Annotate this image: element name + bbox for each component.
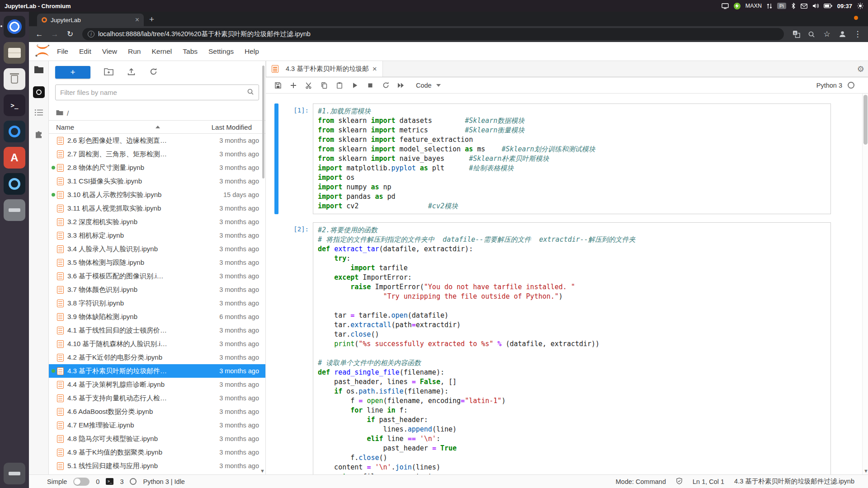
menu-file[interactable]: File — [52, 47, 74, 56]
interrupt-kernel-button[interactable] — [363, 79, 377, 92]
menu-edit[interactable]: Edit — [74, 47, 97, 56]
add-cell-button[interactable] — [287, 79, 300, 92]
volume-icon[interactable] — [812, 3, 819, 9]
file-row[interactable]: 2.7 圆检测、三角形、矩形检测…3 months ago — [49, 147, 265, 161]
file-row[interactable]: 4.5 基于支持向量机动态行人检…3 months ago — [49, 391, 265, 405]
notebook-tab[interactable]: 4.3 基于朴素贝叶斯的垃圾邮 × — [266, 61, 383, 77]
mail-icon[interactable] — [801, 4, 807, 9]
dock-item-files[interactable] — [4, 42, 25, 64]
file-row[interactable]: 3.1 CSI摄像头实验.ipynb3 months ago — [49, 174, 265, 188]
refresh-icon[interactable] — [149, 67, 158, 78]
file-row[interactable]: 4.4 基于决策树乳腺癌诊断.ipynb3 months ago — [49, 378, 265, 391]
swap-arrows-icon[interactable] — [767, 3, 772, 9]
notebook-cell[interactable]: [2]:#2.将要使用的函数# 将指定的文件解压到指定的文件夹中 datafil… — [274, 222, 868, 474]
breadcrumb-root[interactable]: / — [67, 109, 69, 117]
dock-item-app-orange-a[interactable]: A — [4, 147, 25, 169]
filter-files-box[interactable] — [55, 84, 259, 100]
file-row[interactable]: 4.9 基于K均值的数据聚类.ipynb3 months ago — [49, 446, 265, 459]
cell-collapser[interactable] — [274, 222, 278, 474]
file-row[interactable]: 3.11 机器人视觉抓取实验.ipynb3 months ago — [49, 202, 265, 215]
file-row[interactable]: 3.7 物体颜色识别.ipynb3 months ago — [49, 283, 265, 296]
new-folder-icon[interactable] — [104, 68, 113, 77]
new-launcher-button[interactable]: + — [55, 66, 90, 79]
terminal-icon[interactable]: >_ — [106, 478, 113, 485]
file-row[interactable]: 2.8 物体的尺寸测量.ipynb3 months ago — [49, 161, 265, 174]
simple-mode-toggle[interactable] — [73, 478, 90, 486]
menu-tabs[interactable]: Tabs — [177, 47, 203, 56]
pi-badge[interactable]: Pi — [777, 3, 786, 9]
file-row[interactable]: 4.1 基于线性回归的波士顿房价…3 months ago — [49, 324, 265, 337]
menu-help[interactable]: Help — [239, 47, 264, 56]
brightness-icon[interactable] — [857, 3, 863, 9]
table-of-contents-icon[interactable] — [34, 109, 43, 118]
dock-item-app-grey[interactable] — [4, 199, 25, 221]
cell-type-dropdown[interactable]: Code — [416, 82, 441, 89]
file-row[interactable]: 2.6 彩色图像处理、边缘检测直…3 months ago — [49, 134, 265, 147]
file-row[interactable]: 4.6 AdaBoost数据分类.ipynb3 months ago — [49, 405, 265, 418]
browser-tab[interactable]: JupyterLab × — [37, 14, 144, 26]
filebrowser-tab-icon[interactable] — [34, 66, 44, 75]
menu-view[interactable]: View — [97, 47, 123, 56]
file-row[interactable]: 3.3 相机标定.ipynb3 months ago — [49, 229, 265, 242]
cell-editor[interactable]: #1.加载所需模块from sklearn import datasets #S… — [313, 103, 831, 214]
bluetooth-icon[interactable] — [791, 3, 796, 9]
kernel-sessions-icon[interactable] — [130, 478, 137, 485]
restart-run-all-button[interactable] — [394, 79, 408, 92]
file-row[interactable]: 4.7 EM推理验证.ipynb3 months ago — [49, 418, 265, 432]
breadcrumb[interactable]: / — [49, 106, 265, 120]
profile-avatar-icon[interactable] — [836, 28, 848, 40]
restart-kernel-button[interactable] — [379, 79, 392, 92]
file-row[interactable]: 3.4 人脸录入与人脸识别.ipynb3 months ago — [49, 242, 265, 256]
dock-item-terminal[interactable]: >_ — [4, 94, 25, 116]
bookmark-star-icon[interactable]: ☆ — [821, 28, 833, 40]
file-row[interactable]: 3.5 物体检测与跟随.ipynb3 months ago — [49, 256, 265, 269]
tab-close-icon[interactable]: × — [135, 16, 139, 23]
dock-item-chromium[interactable] — [4, 16, 25, 38]
cell-collapser[interactable] — [274, 103, 278, 214]
file-row[interactable]: 3.6 基于模板匹配的图像识别.i…3 months ago — [49, 269, 265, 283]
terminals-count[interactable]: 0 — [96, 478, 99, 485]
menu-kernel[interactable]: Kernel — [146, 47, 177, 56]
power-mode-icon[interactable] — [734, 3, 741, 9]
file-row[interactable]: 3.10 机器人示教控制实验.ipynb15 days ago — [49, 188, 265, 202]
kernels-count[interactable]: 3 — [120, 478, 123, 485]
cursor-position[interactable]: Ln 1, Col 1 — [693, 478, 724, 485]
notebook-cell[interactable]: [1]:#1.加载所需模块from sklearn import dataset… — [274, 103, 868, 214]
new-tab-button[interactable]: + — [149, 14, 154, 24]
filebrowser-scroll-down-icon[interactable]: ▼ — [260, 468, 265, 474]
clock[interactable]: 09:37 — [837, 3, 852, 9]
filebrowser-scrollbar[interactable] — [262, 66, 264, 178]
dock-item-show-apps[interactable] — [4, 463, 25, 484]
file-row[interactable]: 5.1 线性回归建模与应用.ipynb3 months ago — [49, 459, 265, 473]
forward-icon[interactable]: → — [49, 28, 61, 40]
notebook-tab-close-icon[interactable]: × — [373, 65, 377, 73]
reload-icon[interactable]: ↻ — [64, 28, 76, 40]
command-mode-indicator[interactable]: Mode: Command — [616, 478, 666, 485]
column-last-modified[interactable]: Last Modified — [212, 123, 258, 131]
sort-ascending-icon[interactable] — [156, 126, 160, 128]
file-row[interactable]: 4.10 基于随机森林的人脸识别.i…3 months ago — [49, 337, 265, 351]
extension-manager-icon[interactable] — [34, 129, 43, 140]
kernel-indicator[interactable]: Python 3 — [816, 82, 863, 89]
kernel-status-text[interactable]: Python 3 | Idle — [143, 478, 184, 485]
file-row[interactable]: 4.2 基于K近邻的电影分类.ipynb3 months ago — [49, 351, 265, 364]
scrollbar-thumb[interactable] — [863, 95, 868, 145]
address-bar[interactable]: i localhost:8888/lab/tree/4.3%20%20基于朴素贝… — [82, 28, 784, 40]
translate-icon[interactable]: A — [790, 28, 802, 40]
menu-settings[interactable]: Settings — [203, 47, 239, 56]
property-inspector-gear-icon[interactable]: ⚙ — [857, 64, 864, 74]
file-row[interactable]: 4.8 隐马尔可夫模型验证.ipynb3 months ago — [49, 432, 265, 446]
dock-item-app-blue-1[interactable] — [4, 121, 25, 142]
cell-editor[interactable]: #2.将要使用的函数# 将指定的文件解压到指定的文件夹中 datafile--需… — [313, 222, 831, 474]
zoom-icon[interactable] — [806, 28, 817, 40]
home-folder-icon[interactable] — [56, 109, 63, 117]
copy-cells-button[interactable] — [317, 79, 331, 92]
display-icon[interactable] — [722, 3, 729, 9]
dock-item-trash[interactable] — [4, 68, 25, 90]
filter-files-input[interactable] — [60, 89, 247, 96]
menu-run[interactable]: Run — [123, 47, 146, 56]
file-row[interactable]: 4.3 基于朴素贝叶斯的垃圾邮件…3 months ago — [49, 364, 265, 378]
file-row[interactable]: 3.2 深度相机实验.ipynb3 months ago — [49, 215, 265, 229]
column-name[interactable]: Name — [56, 123, 74, 131]
file-row[interactable]: 3.8 字符识别.ipynb3 months ago — [49, 296, 265, 310]
